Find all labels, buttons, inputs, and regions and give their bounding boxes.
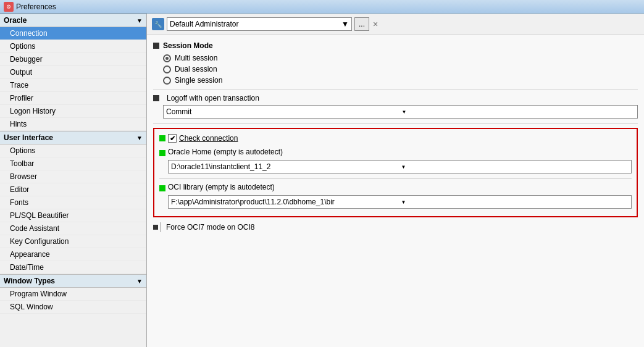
check-connection-row: ✔ Check connection [159,134,632,143]
sidebar-item-fonts[interactable]: Fonts [0,196,146,209]
oci-library-dropdown[interactable]: F:\app\Administrator\product\11.2.0\dbho… [168,195,632,209]
sidebar-item-options-oracle[interactable]: Options [0,40,146,53]
connection-bar: 🔧 Default Administrator ▼ ... × [147,14,644,35]
logoff-label-row: Logoff with open transaction [153,94,638,102]
sidebar-item-connection[interactable]: Connection [0,27,146,40]
sidebar-section-window-types[interactable]: Window Types ▼ [0,274,146,288]
radio-dual-session-circle[interactable] [163,65,171,73]
session-mode-header-row: Session Mode [153,41,638,50]
force-mode-label: Force OCI7 mode on OCI8 [166,223,254,232]
force-mode-square [153,225,158,230]
check-connection-green-square [159,135,165,141]
separator-1 [153,90,638,90]
radio-multi-session[interactable]: Multi session [163,54,638,62]
radio-dual-session[interactable]: Dual session [163,65,638,73]
sidebar-item-appearance[interactable]: Appearance [0,248,146,261]
oracle-home-green-square [159,150,165,156]
force-mode-row: Force OCI7 mode on OCI8 [153,222,638,232]
sidebar-item-logon-history[interactable]: Logon History [0,105,146,118]
oracle-home-section: Oracle Home (empty is autodetect) D:\ora… [159,148,632,174]
sidebar-item-debugger[interactable]: Debugger [0,53,146,66]
app-icon: ⚙ [4,2,14,12]
sidebar-item-options-ui[interactable]: Options [0,144,146,157]
sidebar-item-datetime[interactable]: Date/Time [0,261,146,274]
sidebar-item-profiler[interactable]: Profiler [0,92,146,105]
content-scroll: Session Mode Multi session Dual session … [147,35,644,347]
commit-dropdown-value: Commit [166,107,399,116]
sidebar-item-code-assistant[interactable]: Code Assistant [0,222,146,235]
sidebar-item-browser[interactable]: Browser [0,170,146,183]
title-bar-text: Preferences [16,2,56,11]
connection-dropdown-arrow: ▼ [341,20,349,28]
radio-single-session-circle[interactable] [163,77,171,85]
sidebar-wt-arrow: ▼ [136,278,143,285]
oracle-home-value: D:\oracle11\instantclient_11_2 [171,162,399,171]
title-bar: ⚙ Preferences [0,0,644,14]
sidebar-item-key-configuration[interactable]: Key Configuration [0,235,146,248]
logoff-section: Logoff with open transaction Commit ▼ [153,94,638,119]
sidebar-section-user-interface[interactable]: User Interface ▼ [0,131,146,144]
connection-dropdown[interactable]: Default Administrator ▼ [167,17,352,31]
session-mode-block: Session Mode Multi session Dual session … [153,41,638,85]
radio-single-session[interactable]: Single session [163,76,638,85]
session-mode-title: Session Mode [163,41,213,50]
connection-ellipsis-button[interactable]: ... [354,17,369,31]
oci-library-section: OCI library (empty is autodetect) F:\app… [159,183,632,209]
sidebar-item-toolbar[interactable]: Toolbar [0,157,146,170]
commit-dropdown[interactable]: Commit ▼ [163,105,638,119]
sidebar-item-program-window[interactable]: Program Window [0,288,146,301]
force-mode-divider [161,222,161,232]
radio-dual-session-label: Dual session [175,65,217,73]
session-mode-square [153,43,159,49]
commit-dropdown-arrow: ▼ [402,109,635,115]
logoff-label: Logoff with open transaction [167,94,259,102]
oracle-home-label: Oracle Home (empty is autodetect) [168,148,283,156]
sidebar-item-output[interactable]: Output [0,66,146,79]
radio-multi-session-circle[interactable] [163,54,171,62]
separator-2 [153,123,638,124]
sidebar-item-hints[interactable]: Hints [0,118,146,131]
connection-icon: 🔧 [152,18,164,30]
content-area: 🔧 Default Administrator ▼ ... × Session … [147,14,644,347]
check-connection-checkbox[interactable]: ✔ [168,134,177,143]
connection-close-button[interactable]: × [373,19,378,29]
sidebar-ui-arrow: ▼ [136,135,143,141]
main-container: Oracle ▼ Connection Options Debugger Out… [0,14,644,347]
sidebar-section-oracle[interactable]: Oracle ▼ [0,14,146,27]
sidebar-item-trace[interactable]: Trace [0,79,146,92]
logoff-square [153,95,159,101]
radio-group-session: Multi session Dual session Single sessio… [163,54,638,85]
sidebar: Oracle ▼ Connection Options Debugger Out… [0,14,147,347]
connection-dropdown-value: Default Administrator [170,20,238,28]
sidebar-oracle-arrow: ▼ [136,17,143,24]
sidebar-item-plsql-beautifier[interactable]: PL/SQL Beautifier [0,209,146,222]
sidebar-item-editor[interactable]: Editor [0,183,146,196]
sidebar-section-ui-label: User Interface [4,133,53,142]
oracle-home-dropdown[interactable]: D:\oracle11\instantclient_11_2 ▼ [168,160,632,174]
oci-library-value: F:\app\Administrator\product\11.2.0\dbho… [171,198,399,206]
check-connection-label[interactable]: Check connection [179,134,238,143]
oci-library-label: OCI library (empty is autodetect) [168,183,275,191]
radio-multi-session-label: Multi session [175,54,217,62]
radio-single-session-label: Single session [175,76,222,85]
sidebar-item-sql-window[interactable]: SQL Window [0,301,146,314]
red-bordered-section: ✔ Check connection Oracle Home (empty is… [153,128,638,217]
oracle-home-arrow: ▼ [401,164,629,170]
oci-library-green-square [159,185,165,191]
sidebar-section-oracle-label: Oracle [4,16,27,25]
oci-library-arrow: ▼ [401,199,629,205]
separator-3 [159,178,632,179]
sidebar-section-wt-label: Window Types [4,277,55,285]
